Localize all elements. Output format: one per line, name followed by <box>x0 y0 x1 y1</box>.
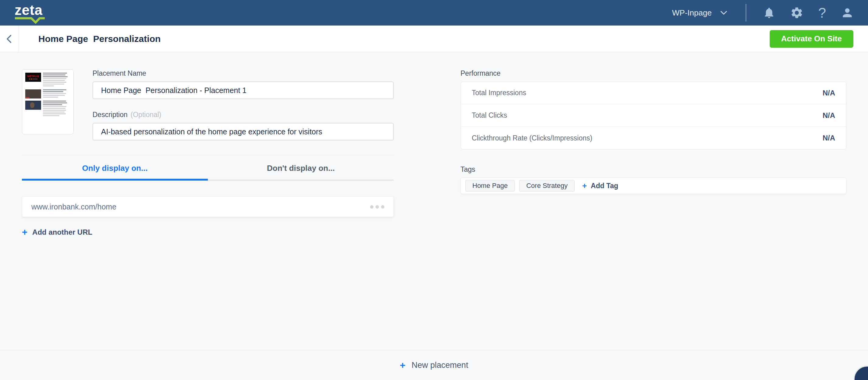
performance-section: Performance Total Impressions N/A Total … <box>461 69 846 237</box>
metric-label: Clickthrough Rate (Clicks/Impressions) <box>472 134 592 142</box>
url-text: www.ironbank.com/home <box>31 203 370 211</box>
preview-article <box>25 90 70 99</box>
performance-label: Performance <box>461 69 846 77</box>
optional-hint: (Optional) <box>130 111 161 118</box>
top-navbar: zeta WP-Inpage <box>0 0 868 26</box>
activate-on-site-button[interactable]: Activate On Site <box>770 30 854 48</box>
zeta-logo-text: zeta <box>14 3 42 17</box>
placement-name-label: Placement Name <box>93 69 394 77</box>
tag-chip[interactable]: Home Page <box>465 180 515 192</box>
display-rules-tabs: Only display on... Don't display on... <box>22 155 394 181</box>
page-title: Home Page Personalization <box>38 34 161 44</box>
placement-settings-section: NETFLIX <box>22 69 394 237</box>
placement-fields: Placement Name Description(Optional) <box>93 69 394 140</box>
performance-row: Total Clicks N/A <box>461 104 846 127</box>
plus-icon: + <box>22 228 27 237</box>
gear-icon <box>790 6 804 20</box>
help-button[interactable]: ? <box>818 6 826 20</box>
tags-card: Home Page Core Strategy + Add Tag <box>461 177 846 194</box>
preview-article-image <box>25 101 41 110</box>
plus-icon: + <box>400 360 406 370</box>
page-header: Home Page Personalization Activate On Si… <box>0 26 868 52</box>
tag-chip[interactable]: Core Strategy <box>519 180 575 192</box>
tab-dont-display-on[interactable]: Don't display on... <box>208 156 394 181</box>
performance-row: Clickthrough Rate (Clicks/Impressions) N… <box>461 127 846 149</box>
add-tag-label: Add Tag <box>591 182 618 190</box>
new-placement-button[interactable]: + New placement <box>400 360 468 370</box>
chevron-down-icon <box>718 7 729 18</box>
preview-article-image <box>25 90 41 99</box>
chevron-left-icon <box>4 34 14 44</box>
app-root: zeta WP-Inpage <box>0 0 868 380</box>
placement-preview-thumbnail[interactable]: NETFLIX <box>22 69 74 134</box>
tab-only-display-on[interactable]: Only display on... <box>22 156 208 181</box>
workspace-selector[interactable]: WP-Inpage <box>672 7 729 18</box>
placement-name-input[interactable] <box>93 81 394 99</box>
zeta-logo-underline-icon <box>14 17 45 24</box>
back-button[interactable] <box>0 26 19 52</box>
url-options-ellipsis-icon[interactable] <box>370 203 385 211</box>
netflix-logo-text: NETFLIX <box>27 75 39 78</box>
user-icon <box>841 6 854 20</box>
metric-value: N/A <box>823 134 835 142</box>
page-footer: + New placement <box>0 350 868 380</box>
plus-icon: + <box>582 182 587 190</box>
navbar-actions: WP-Inpage ? <box>672 4 854 22</box>
performance-row: Total Impressions N/A <box>461 82 846 104</box>
preview-article-image: NETFLIX <box>25 73 41 82</box>
bell-icon <box>763 6 775 19</box>
add-tag-button[interactable]: + Add Tag <box>582 182 618 190</box>
url-row[interactable]: www.ironbank.com/home <box>22 196 394 217</box>
metric-value: N/A <box>823 89 835 97</box>
new-placement-label: New placement <box>411 360 468 370</box>
add-another-url-button[interactable]: + Add another URL <box>22 228 92 237</box>
workspace-name: WP-Inpage <box>672 8 712 18</box>
metric-value: N/A <box>823 111 835 120</box>
preview-article: NETFLIX <box>25 73 70 87</box>
navbar-divider <box>746 4 746 22</box>
performance-card: Total Impressions N/A Total Clicks N/A C… <box>461 81 846 149</box>
tags-label: Tags <box>461 165 846 174</box>
add-another-url-label: Add another URL <box>32 228 92 237</box>
help-icon: ? <box>818 6 826 20</box>
preview-article <box>25 101 70 117</box>
metric-label: Total Impressions <box>472 89 526 97</box>
description-label: Description(Optional) <box>93 111 394 119</box>
settings-button[interactable] <box>790 6 804 20</box>
metric-label: Total Clicks <box>472 111 507 119</box>
main-content: NETFLIX <box>0 52 868 237</box>
description-input[interactable] <box>93 123 394 140</box>
account-button[interactable] <box>841 6 854 20</box>
notifications-button[interactable] <box>763 6 775 19</box>
zeta-logo[interactable]: zeta <box>14 3 45 24</box>
